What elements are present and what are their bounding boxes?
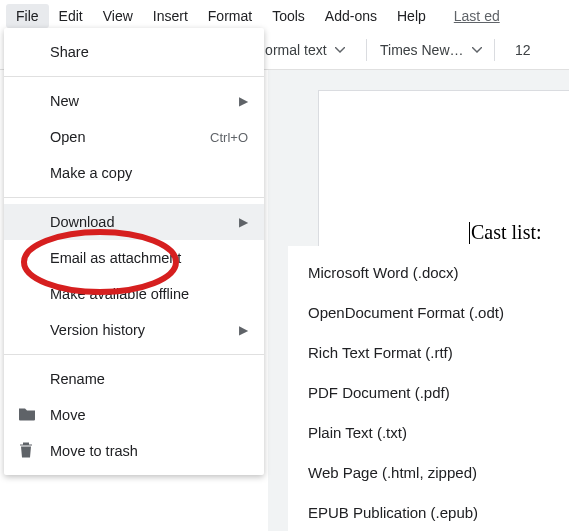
document-text: Cast list: bbox=[471, 221, 542, 243]
download-epub-label: EPUB Publication (.epub) bbox=[308, 504, 478, 521]
file-menu-dropdown: Share New ▶ Open Ctrl+O Make a copy Down… bbox=[4, 28, 264, 475]
menu-tools-label: Tools bbox=[272, 8, 305, 24]
menu-insert[interactable]: Insert bbox=[143, 4, 198, 28]
paragraph-style-label: Normal text bbox=[255, 42, 327, 58]
toolbar-separator bbox=[366, 39, 367, 61]
menu-edit-label: Edit bbox=[59, 8, 83, 24]
text-cursor bbox=[469, 222, 470, 244]
file-menu-make-copy-label: Make a copy bbox=[50, 165, 248, 181]
trash-icon bbox=[18, 441, 34, 462]
file-menu-download[interactable]: Download ▶ bbox=[4, 204, 264, 240]
file-menu-move-label: Move bbox=[50, 407, 248, 423]
file-menu-download-label: Download bbox=[50, 214, 239, 230]
file-menu-move[interactable]: Move bbox=[4, 397, 264, 433]
download-docx-label: Microsoft Word (.docx) bbox=[308, 264, 459, 281]
download-rtf[interactable]: Rich Text Format (.rtf) bbox=[288, 332, 568, 372]
font-family-label: Times New… bbox=[380, 42, 464, 58]
menu-addons-label: Add-ons bbox=[325, 8, 377, 24]
file-menu-open-label: Open bbox=[50, 129, 210, 145]
download-submenu: Microsoft Word (.docx) OpenDocument Form… bbox=[288, 246, 568, 531]
font-family-select[interactable]: Times New… bbox=[380, 42, 482, 58]
download-rtf-label: Rich Text Format (.rtf) bbox=[308, 344, 453, 361]
menu-file[interactable]: File bbox=[6, 4, 49, 28]
download-odt-label: OpenDocument Format (.odt) bbox=[308, 304, 504, 321]
file-menu-share-label: Share bbox=[50, 44, 248, 60]
menu-addons[interactable]: Add-ons bbox=[315, 4, 387, 28]
download-txt[interactable]: Plain Text (.txt) bbox=[288, 412, 568, 452]
file-menu-make-copy[interactable]: Make a copy bbox=[4, 155, 264, 191]
font-size-field[interactable]: 12 bbox=[515, 42, 531, 58]
menu-format[interactable]: Format bbox=[198, 4, 262, 28]
file-menu-rename-label: Rename bbox=[50, 371, 248, 387]
chevron-right-icon: ▶ bbox=[239, 323, 248, 337]
menu-edit[interactable]: Edit bbox=[49, 4, 93, 28]
menu-file-label: File bbox=[16, 8, 39, 24]
chevron-right-icon: ▶ bbox=[239, 94, 248, 108]
file-menu-email-attachment[interactable]: Email as attachment bbox=[4, 240, 264, 276]
chevron-right-icon: ▶ bbox=[239, 215, 248, 229]
file-menu-new[interactable]: New ▶ bbox=[4, 83, 264, 119]
file-menu-rename[interactable]: Rename bbox=[4, 361, 264, 397]
menu-tools[interactable]: Tools bbox=[262, 4, 315, 28]
file-menu-share[interactable]: Share bbox=[4, 34, 264, 70]
menu-help-label: Help bbox=[397, 8, 426, 24]
menu-divider bbox=[4, 354, 264, 355]
paragraph-style-select[interactable]: Normal text bbox=[255, 42, 345, 58]
file-menu-make-available-offline-label: Make available offline bbox=[50, 286, 248, 302]
last-edit-label: Last ed bbox=[454, 8, 500, 24]
download-html[interactable]: Web Page (.html, zipped) bbox=[288, 452, 568, 492]
menu-divider bbox=[4, 76, 264, 77]
file-menu-move-to-trash[interactable]: Move to trash bbox=[4, 433, 264, 469]
download-odt[interactable]: OpenDocument Format (.odt) bbox=[288, 292, 568, 332]
file-menu-open[interactable]: Open Ctrl+O bbox=[4, 119, 264, 155]
menu-view[interactable]: View bbox=[93, 4, 143, 28]
menu-help[interactable]: Help bbox=[387, 4, 436, 28]
file-menu-new-label: New bbox=[50, 93, 239, 109]
file-menu-version-history-label: Version history bbox=[50, 322, 239, 338]
chevron-down-icon bbox=[472, 47, 482, 53]
menu-insert-label: Insert bbox=[153, 8, 188, 24]
menu-format-label: Format bbox=[208, 8, 252, 24]
file-menu-open-shortcut: Ctrl+O bbox=[210, 130, 248, 145]
menu-view-label: View bbox=[103, 8, 133, 24]
file-menu-version-history[interactable]: Version history ▶ bbox=[4, 312, 264, 348]
chevron-down-icon bbox=[335, 47, 345, 53]
file-menu-move-to-trash-label: Move to trash bbox=[50, 443, 248, 459]
menu-divider bbox=[4, 197, 264, 198]
file-menu-make-available-offline[interactable]: Make available offline bbox=[4, 276, 264, 312]
folder-icon bbox=[18, 406, 36, 425]
last-edit-link[interactable]: Last ed bbox=[454, 8, 500, 24]
download-docx[interactable]: Microsoft Word (.docx) bbox=[288, 252, 568, 292]
download-html-label: Web Page (.html, zipped) bbox=[308, 464, 477, 481]
download-pdf[interactable]: PDF Document (.pdf) bbox=[288, 372, 568, 412]
download-pdf-label: PDF Document (.pdf) bbox=[308, 384, 450, 401]
download-txt-label: Plain Text (.txt) bbox=[308, 424, 407, 441]
download-epub[interactable]: EPUB Publication (.epub) bbox=[288, 492, 568, 531]
file-menu-email-attachment-label: Email as attachment bbox=[50, 250, 248, 266]
toolbar-separator bbox=[494, 39, 495, 61]
font-size-value: 12 bbox=[515, 42, 531, 58]
